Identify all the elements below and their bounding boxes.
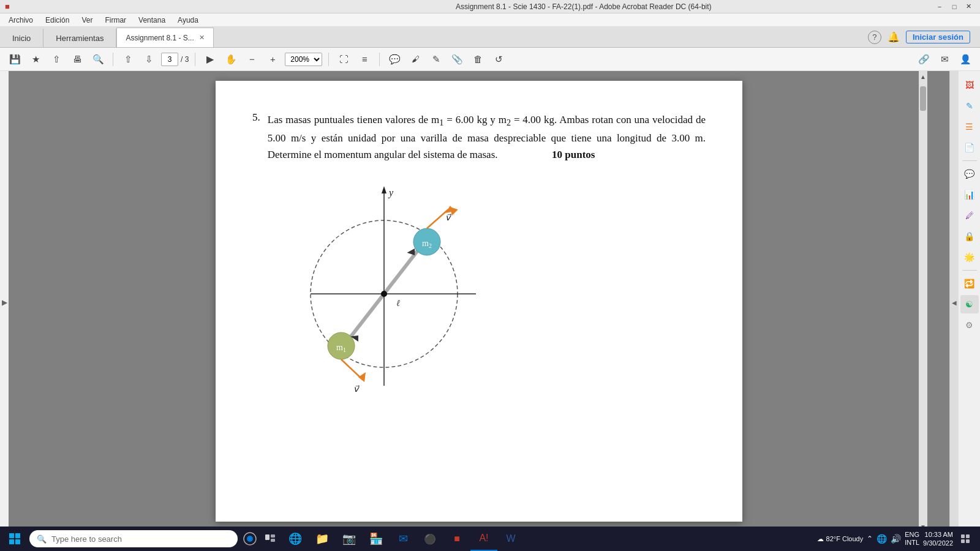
zoom-in-button[interactable]: + <box>264 51 281 68</box>
rp-accessibility-button[interactable]: ☯ <box>960 295 979 313</box>
menu-ver[interactable]: Ver <box>75 15 99 26</box>
restore-button[interactable]: □ <box>948 2 960 12</box>
language-selector[interactable]: ENG INTL <box>905 531 919 547</box>
help-button[interactable]: ? <box>868 31 881 44</box>
share-button[interactable]: 🔗 <box>915 51 932 68</box>
rp-redact-button[interactable]: 🌟 <box>960 248 979 266</box>
rp-separator-1 <box>962 160 977 161</box>
right-panel-collapse[interactable]: ◀ <box>949 71 958 534</box>
comment-button[interactable]: 💬 <box>386 51 403 68</box>
scroll-up-button[interactable]: ▲ <box>919 72 927 81</box>
svg-rect-23 <box>9 533 14 538</box>
zoom-select[interactable]: 200% 150% 100% 75% <box>285 53 322 66</box>
problem-content: Las masas puntuales tienen valores de m1… <box>268 111 706 398</box>
notification-center-button[interactable] <box>957 530 974 547</box>
tab-right-area: ? 🔔 Iniciar sesión <box>858 27 980 47</box>
svg-rect-32 <box>961 534 965 538</box>
rp-image-button[interactable]: 🖼 <box>960 76 979 94</box>
highlight-button[interactable]: 🖌 <box>407 51 424 68</box>
taskbar-word-icon[interactable]: W <box>497 527 524 551</box>
rp-organize-button[interactable]: ☰ <box>960 118 979 136</box>
taskbar-app7-icon[interactable]: ■ <box>443 527 470 551</box>
minimize-button[interactable]: − <box>933 2 946 12</box>
svg-rect-26 <box>15 539 20 544</box>
menu-firmar[interactable]: Firmar <box>99 15 132 26</box>
mail-button[interactable]: ✉ <box>936 51 953 68</box>
bell-icon[interactable]: 🔔 <box>888 31 900 43</box>
network-icon[interactable]: 🌐 <box>876 534 887 544</box>
delete-button[interactable]: 🗑 <box>469 51 486 68</box>
svg-text:y: y <box>388 187 394 198</box>
svg-rect-25 <box>9 539 14 544</box>
svg-point-28 <box>247 536 253 542</box>
weather-widget[interactable]: ☁ 82°F Cloudy <box>817 535 864 543</box>
rp-export-pdf-button[interactable]: 📄 <box>960 138 979 157</box>
clock[interactable]: 10:33 AM 9/30/2022 <box>923 530 953 548</box>
scroll-mode-button[interactable]: ≡ <box>356 51 373 68</box>
close-button[interactable]: ✕ <box>963 2 975 12</box>
show-hidden-icons-button[interactable]: ⌃ <box>867 534 873 543</box>
task-view-button[interactable] <box>260 528 282 550</box>
taskbar-store-icon[interactable]: 🏪 <box>363 527 390 551</box>
page-total: / 3 <box>181 55 189 64</box>
tab-tools[interactable]: Herramientas <box>43 29 116 47</box>
save-button[interactable]: 💾 <box>6 51 23 68</box>
pdf-scrollbar: ▲ ▼ <box>919 71 927 534</box>
taskbar-acrobat-icon[interactable]: A! <box>470 527 497 551</box>
taskbar-mail-icon[interactable]: ✉ <box>390 527 417 551</box>
tab-document[interactable]: Assignment 8.1 - S... ✕ <box>116 28 213 47</box>
points-label: 10 puntos <box>552 149 595 160</box>
rp-tools-button[interactable]: ⚙ <box>960 316 979 334</box>
rp-comment-button[interactable]: 💬 <box>960 165 979 183</box>
tab-bar: Inicio Herramientas Assignment 8.1 - S..… <box>0 27 980 48</box>
signin-button[interactable]: Iniciar sesión <box>906 31 970 43</box>
menu-edicion[interactable]: Edición <box>39 15 75 26</box>
taskbar-search[interactable]: 🔍 Type here to search <box>29 530 238 547</box>
left-panel-toggle[interactable]: ▶ <box>0 71 9 534</box>
svg-rect-31 <box>271 539 275 542</box>
toolbar-separator-4 <box>379 53 380 66</box>
zoom-out-button[interactable]: − <box>243 51 260 68</box>
rp-protect-button[interactable]: 🔒 <box>960 227 979 246</box>
taskbar-edge-icon[interactable]: 🌐 <box>282 527 309 551</box>
main-area: ▶ 5. Las masas puntuales tienen valores … <box>0 71 980 534</box>
taskbar-chrome-icon[interactable]: ⚫ <box>417 527 443 551</box>
tab-home[interactable]: Inicio <box>0 29 43 47</box>
marquee-zoom-button[interactable]: ⛶ <box>335 51 352 68</box>
scroll-thumb[interactable] <box>920 86 926 111</box>
upload-button[interactable]: ⇧ <box>48 51 65 68</box>
print-button[interactable]: 🖶 <box>69 51 86 68</box>
cortana-button[interactable] <box>240 529 260 549</box>
svg-text:v⃗: v⃗ <box>353 384 360 394</box>
rp-share-button[interactable]: 🔁 <box>960 274 979 293</box>
select-tool-button[interactable]: ▶ <box>202 51 219 68</box>
rp-fillsign-button[interactable]: 🖉 <box>960 206 979 225</box>
taskbar-files-icon[interactable]: 📁 <box>309 527 336 551</box>
menu-archivo[interactable]: Archivo <box>2 15 39 26</box>
taskbar-camera-icon[interactable]: 📷 <box>336 527 363 551</box>
next-page-button[interactable]: ⇩ <box>140 51 157 68</box>
rp-edit-button[interactable]: ✎ <box>960 97 979 115</box>
menu-ayuda[interactable]: Ayuda <box>172 15 205 26</box>
menu-ventana[interactable]: Ventana <box>132 15 172 26</box>
svg-rect-34 <box>961 539 965 543</box>
attach-button[interactable]: 📎 <box>448 51 466 68</box>
account-button[interactable]: 👤 <box>957 51 974 68</box>
right-panel: 🖼 ✎ ☰ 📄 💬 📊 🖉 🔒 🌟 🔁 ☯ ⚙ <box>958 71 980 534</box>
page-nav: / 3 <box>161 53 189 66</box>
problem-number: 5. <box>252 111 260 398</box>
tab-document-label: Assignment 8.1 - S... <box>126 34 194 42</box>
undo-button[interactable]: ↺ <box>490 51 507 68</box>
toolbar: 💾 ★ ⇧ 🖶 🔍 ⇧ ⇩ / 3 ▶ ✋ − + 200% 150% 100%… <box>0 48 980 71</box>
tab-close-button[interactable]: ✕ <box>199 34 205 42</box>
prev-page-button[interactable]: ⇧ <box>119 51 137 68</box>
rp-highlight-button[interactable]: 📊 <box>960 186 979 204</box>
page-input[interactable] <box>161 53 178 66</box>
search-button[interactable]: 🔍 <box>89 51 107 68</box>
svg-marker-18 <box>358 372 366 382</box>
draw-button[interactable]: ✎ <box>428 51 445 68</box>
start-button[interactable] <box>2 527 27 551</box>
hand-tool-button[interactable]: ✋ <box>222 51 239 68</box>
bookmark-button[interactable]: ★ <box>27 51 44 68</box>
volume-icon[interactable]: 🔊 <box>891 534 901 544</box>
